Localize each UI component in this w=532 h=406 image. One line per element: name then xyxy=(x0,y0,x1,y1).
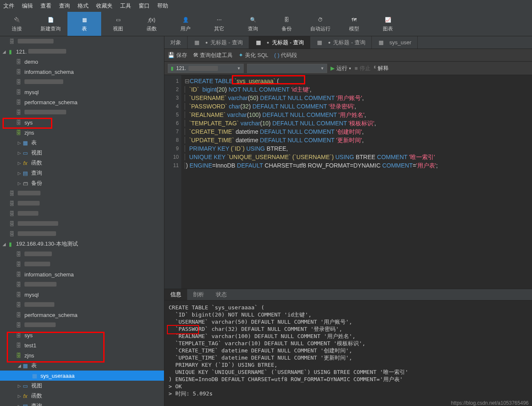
dbg-icon: 🗄 xyxy=(8,38,15,45)
db-zjns[interactable]: 🗄zjns xyxy=(0,127,164,138)
zjns-query[interactable]: ▷▤查询 xyxy=(0,168,164,178)
table-sys-useraaaa[interactable]: ▦sys_useraaaa xyxy=(0,371,164,381)
zjns2-fx[interactable]: ▷fx函数 xyxy=(0,391,164,401)
db2-blur5[interactable]: 🗄 xyxy=(0,300,164,310)
db2-information_schema[interactable]: 🗄information_schema xyxy=(0,269,164,279)
db2-blur7[interactable]: 🗄 xyxy=(0,320,164,330)
tab-1[interactable]: ▦●无标题 - 查询 xyxy=(188,36,249,49)
db2-sys[interactable]: 🗄sys xyxy=(0,330,164,340)
db-information_schema[interactable]: 🗄information_schema xyxy=(0,67,164,77)
log-tab-剖析[interactable]: 剖析 xyxy=(187,289,210,300)
stop-button[interactable]: ■ 停止 xyxy=(355,65,371,72)
dbg-icon: 🗄 xyxy=(15,58,22,65)
log-tab-状态[interactable]: 状态 xyxy=(210,289,233,300)
zjns-backup[interactable]: ▷🗃备份 xyxy=(0,178,164,188)
tool-backup[interactable]: 🗄备份 xyxy=(270,12,304,36)
zjns2-table[interactable]: ◢▦表 xyxy=(0,360,164,371)
blur-row-2[interactable]: 🗄 xyxy=(0,208,164,219)
explain-button[interactable]: ᴱ 解释 xyxy=(374,65,389,72)
db-sys[interactable]: 🗄sys xyxy=(0,117,164,127)
tool-other[interactable]: ⋯其它 xyxy=(202,12,236,36)
tab-2[interactable]: ▦●无标题 - 查询 xyxy=(249,36,311,49)
zjns-table[interactable]: ▷▦表 xyxy=(0,138,164,148)
blur-row-1[interactable]: 🗄 xyxy=(0,198,164,208)
log-output[interactable]: CREATE TABLE `sys_useraaaa` ( `ID` bigin… xyxy=(164,300,532,406)
zjns2-query[interactable]: ▷▤查询 xyxy=(0,401,164,406)
snippet-button[interactable]: ( ) 代码段 xyxy=(274,51,298,59)
zjns2-view[interactable]: ▷▭视图 xyxy=(0,381,164,391)
tool-view[interactable]: ▭视图 xyxy=(101,12,135,36)
blur-row-0[interactable]: 🗄 xyxy=(0,188,164,198)
db2-mysql[interactable]: 🗄mysql xyxy=(0,290,164,300)
menu-文件[interactable]: 文件 xyxy=(3,2,14,10)
db-blur5[interactable]: 🗄 xyxy=(0,107,164,117)
table-icon: ▦ xyxy=(193,39,200,46)
tool-chart[interactable]: 📈图表 xyxy=(371,12,405,36)
connection-combo[interactable]: ▮121.▼ xyxy=(168,64,244,73)
dbg-icon: 🗄 xyxy=(8,200,15,207)
db2-blur0[interactable]: 🗄 xyxy=(0,249,164,259)
log-tab-信息[interactable]: 信息 xyxy=(164,289,187,300)
log-tab-bar: 信息剖析状态 xyxy=(164,289,532,300)
tool-model[interactable]: 🗺模型 xyxy=(337,12,371,36)
dbg-icon: 🗄 xyxy=(8,220,15,227)
dbg-icon: 🗄 xyxy=(15,68,22,75)
database-combo[interactable]: ▼ xyxy=(247,64,327,73)
tool-search[interactable]: 🔍查询 xyxy=(236,12,270,36)
menu-查询[interactable]: 查询 xyxy=(59,2,70,10)
run-button[interactable]: ▶ 运行 ▾ xyxy=(330,65,351,72)
arrow-icon: ◢ xyxy=(2,242,7,246)
menu-格式[interactable]: 格式 xyxy=(78,2,89,10)
dbg-icon: 🗄 xyxy=(15,311,22,318)
tool-auto[interactable]: ⏱自动运行 xyxy=(304,12,337,36)
tab-3[interactable]: ▦●无标题 - 查询 xyxy=(310,36,372,49)
tool-user[interactable]: 👤用户 xyxy=(169,12,202,36)
main-toolbar: 🔌连接📄新建查询▦表▭视图𝑓(x)函数👤用户⋯其它🔍查询🗄备份⏱自动运行🗺模型📈… xyxy=(0,12,532,36)
db-mysql[interactable]: 🗄mysql xyxy=(0,87,164,97)
tool-fx[interactable]: 𝑓(x)函数 xyxy=(135,12,169,36)
fx-icon: fx xyxy=(22,160,29,166)
arrow-icon: ▷ xyxy=(17,141,22,145)
db2-zjns[interactable]: 🗄zjns xyxy=(0,350,164,360)
dbg-icon: 🗄 xyxy=(8,190,15,197)
dbg-icon: 🗄 xyxy=(15,261,22,268)
tab-4[interactable]: ▦sys_user xyxy=(372,36,418,49)
chart-icon: 📈 xyxy=(383,15,392,24)
tab-0[interactable]: 对象 xyxy=(164,36,188,49)
tool-plug[interactable]: 🔌连接 xyxy=(0,12,34,36)
blur-row-4[interactable]: 🗄 xyxy=(0,229,164,239)
beautify-button[interactable]: ✦ 美化 SQL xyxy=(239,51,268,59)
view-icon: ▭ xyxy=(22,382,29,389)
arrow-icon: ▷ xyxy=(17,394,22,398)
content-area: 对象▦●无标题 - 查询▦●无标题 - 查询▦●无标题 - 查询▦sys_use… xyxy=(164,36,532,406)
code-area[interactable]: ⊟CREATE TABLE `sys_useraaaa` ( `ID` bigi… xyxy=(181,75,532,289)
connection-1[interactable]: ◢▮121. xyxy=(0,46,164,57)
save-button[interactable]: 💾 保存 xyxy=(168,51,187,59)
plug-icon: 🔌 xyxy=(12,15,21,24)
zjns-view[interactable]: ▷▭视图 xyxy=(0,148,164,158)
menu-工具[interactable]: 工具 xyxy=(120,2,131,10)
view-icon: ▭ xyxy=(113,15,123,24)
db-performance_schema[interactable]: 🗄performance_schema xyxy=(0,97,164,107)
db2-blur3[interactable]: 🗄 xyxy=(0,279,164,290)
tool-table[interactable]: ▦表 xyxy=(67,12,101,36)
db2-test1[interactable]: 🗄test1 xyxy=(0,340,164,350)
db-blur[interactable]: 🗄 xyxy=(0,36,164,46)
tool-query[interactable]: 📄新建查询 xyxy=(34,12,67,36)
db2-blur1[interactable]: 🗄 xyxy=(0,259,164,269)
blur-row-3[interactable]: 🗄 xyxy=(0,219,164,229)
zjns-fx[interactable]: ▷fx函数 xyxy=(0,158,164,168)
menu-帮助[interactable]: 帮助 xyxy=(157,2,168,10)
menu-编辑[interactable]: 编辑 xyxy=(22,2,33,10)
db-blur2[interactable]: 🗄 xyxy=(0,77,164,87)
menu-查看[interactable]: 查看 xyxy=(40,2,51,10)
db2-performance_schema[interactable]: 🗄performance_schema xyxy=(0,310,164,320)
menu-窗口[interactable]: 窗口 xyxy=(139,2,150,10)
sql-editor[interactable]: 1234567891011 ⊟CREATE TABLE `sys_useraaa… xyxy=(164,75,532,289)
db-demo[interactable]: 🗄demo xyxy=(0,57,164,67)
menu-收藏夹[interactable]: 收藏夹 xyxy=(96,2,113,10)
dbg-icon: 🗄 xyxy=(15,291,22,298)
builder-button[interactable]: 🛠 查询创建工具 xyxy=(193,51,233,59)
search-icon: 🔍 xyxy=(248,15,258,24)
connection-2[interactable]: ◢▮192.168.49.130-本地测试 xyxy=(0,239,164,249)
